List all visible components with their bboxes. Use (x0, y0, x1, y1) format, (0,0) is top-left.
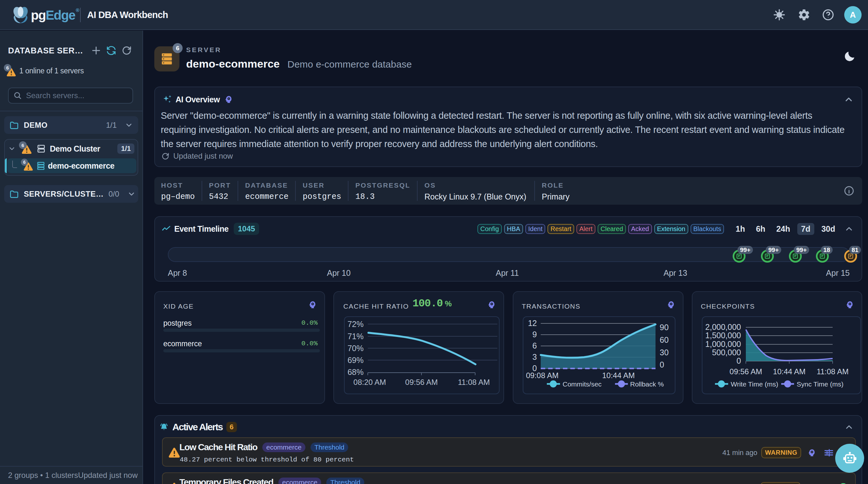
svg-text:1,500,000: 1,500,000 (705, 331, 741, 340)
svg-text:72%: 72% (347, 319, 364, 329)
svg-text:90: 90 (660, 323, 669, 332)
svg-text:09:56 AM: 09:56 AM (405, 378, 437, 387)
svg-text:11:08 AM: 11:08 AM (816, 367, 849, 376)
svg-text:08:20 AM: 08:20 AM (353, 378, 386, 387)
svg-text:1,000,000: 1,000,000 (705, 340, 741, 348)
svg-text:30: 30 (660, 348, 669, 357)
svg-text:Sync Time (ms): Sync Time (ms) (797, 380, 843, 388)
svg-text:2,000,000: 2,000,000 (705, 322, 741, 332)
svg-text:Commits/sec: Commits/sec (563, 380, 601, 388)
svg-text:71%: 71% (347, 332, 364, 341)
svg-text:09:56 AM: 09:56 AM (730, 367, 762, 376)
svg-text:Rollback %: Rollback % (630, 380, 664, 388)
svg-text:0: 0 (737, 356, 741, 365)
svg-text:9: 9 (532, 330, 537, 339)
svg-text:10:44 AM: 10:44 AM (602, 371, 634, 380)
svg-text:Write Time (ms): Write Time (ms) (731, 380, 778, 388)
svg-text:10:44 AM: 10:44 AM (773, 367, 805, 376)
svg-text:500,000: 500,000 (712, 348, 741, 357)
svg-text:09:08 AM: 09:08 AM (526, 371, 558, 380)
svg-text:68%: 68% (347, 368, 364, 376)
svg-text:69%: 69% (347, 355, 364, 365)
svg-text:12: 12 (528, 319, 537, 328)
svg-text:3: 3 (532, 352, 537, 361)
svg-text:60: 60 (660, 335, 669, 344)
svg-text:6: 6 (532, 341, 537, 350)
svg-text:0: 0 (660, 360, 664, 369)
svg-text:11:08 AM: 11:08 AM (458, 378, 490, 387)
svg-text:70%: 70% (347, 344, 364, 353)
